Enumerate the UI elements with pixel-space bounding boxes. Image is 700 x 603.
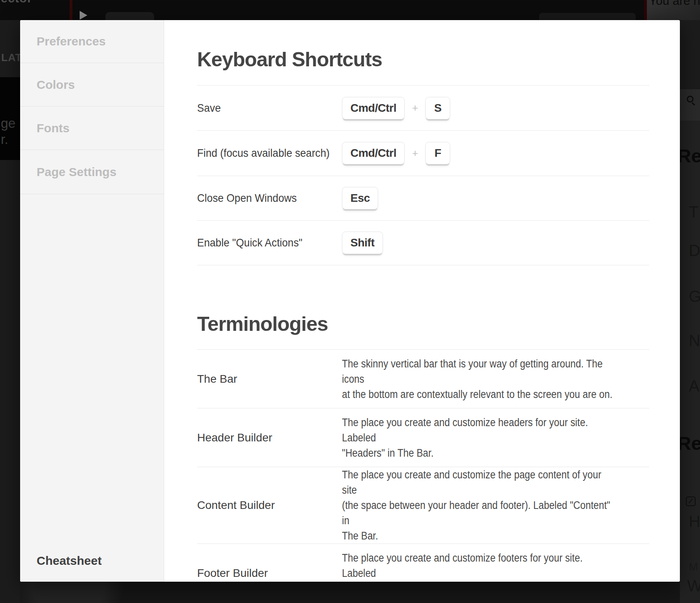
shortcut-row-close-windows: Close Open Windows Esc	[197, 176, 649, 221]
background-rail-item: N	[689, 332, 700, 350]
sidebar-item-label: Preferences	[37, 35, 106, 48]
background-rail-item: M	[689, 560, 698, 573]
modal-sidebar: Preferences Colors Fonts Page Settings C…	[20, 20, 164, 582]
screen: ector You are n LATE ge r. Re T D G N A …	[0, 0, 700, 603]
term-definition: The skinny vertical bar that is your way…	[342, 356, 612, 402]
keycap: Shift	[342, 232, 383, 254]
term-label: The Bar	[197, 373, 342, 386]
sidebar-item-colors[interactable]: Colors	[20, 63, 164, 107]
background-code-panel: ge r.	[0, 77, 20, 160]
background-rail-item: A	[689, 377, 700, 395]
shortcut-keys: Cmd/Ctrl + F	[342, 142, 450, 164]
sidebar-item-cheatsheet[interactable]: Cheatsheet	[37, 554, 102, 568]
shortcut-row-save: Save Cmd/Ctrl + S	[197, 86, 649, 131]
background-bottom-strip	[20, 582, 680, 603]
term-row-header-builder: Header Builder The place you create and …	[197, 408, 649, 467]
shortcut-row-find: Find (focus available search) Cmd/Ctrl +…	[197, 131, 649, 176]
term-label: Footer Builder	[197, 567, 342, 580]
term-definition: The place you create and customize foote…	[342, 550, 612, 582]
sidebar-item-fonts[interactable]: Fonts	[20, 107, 164, 150]
background-notice: You are n	[647, 0, 700, 20]
sidebar-item-label: Fonts	[37, 121, 70, 135]
sidebar-item-page-settings[interactable]: Page Settings	[20, 150, 164, 194]
shortcut-label: Enable "Quick Actions"	[197, 236, 330, 249]
keycap: S	[425, 97, 450, 119]
background-red-strip	[644, 0, 647, 20]
shortcut-label: Close Open Windows	[197, 192, 330, 205]
background-top-strip: ector You are n	[0, 0, 700, 20]
term-label: Header Builder	[197, 431, 342, 444]
modal-content: Keyboard Shortcuts Save Cmd/Ctrl + S Fin…	[164, 20, 680, 582]
background-rail-item: D	[689, 242, 700, 260]
terminologies-title: Terminologies	[197, 312, 680, 336]
background-rail-heading: Re	[680, 145, 700, 167]
background-right-rail: Re T D G N A Re H M W	[680, 20, 700, 603]
sidebar-item-label: Colors	[37, 78, 75, 92]
term-definition: The place you create and customize heade…	[342, 415, 612, 461]
term-row-footer-builder: Footer Builder The place you create and …	[197, 544, 649, 582]
keycap: Cmd/Ctrl	[342, 97, 405, 119]
background-panel-edge	[105, 12, 154, 20]
background-snippet-text: ge	[1, 116, 16, 131]
background-snippet-text: r.	[1, 132, 8, 147]
shortcut-keys: Esc	[342, 187, 378, 209]
search-icon	[687, 96, 694, 103]
sidebar-item-label: Page Settings	[37, 165, 116, 179]
plus-separator: +	[412, 102, 418, 114]
keycap: F	[425, 142, 450, 164]
keycap: Cmd/Ctrl	[342, 142, 405, 164]
sidebar-item-preferences[interactable]: Preferences	[20, 20, 164, 63]
background-rail-item: G	[689, 287, 700, 306]
keyboard-shortcuts-title: Keyboard Shortcuts	[197, 47, 680, 72]
term-row-the-bar: The Bar The skinny vertical bar that is …	[197, 350, 649, 408]
background-tooltip-edge	[539, 13, 636, 20]
term-label: Content Builder	[197, 499, 342, 512]
edit-icon	[686, 496, 696, 506]
shortcut-label: Save	[197, 102, 330, 115]
background-template-label: LATE	[1, 51, 20, 64]
background-rail-item: T	[689, 203, 698, 221]
keycap: Esc	[342, 187, 378, 209]
background-rail-item: W	[687, 577, 700, 595]
background-rail-block	[680, 20, 700, 89]
background-rail-heading: Re	[680, 432, 700, 454]
background-rail-item: H	[689, 513, 700, 531]
background-left-strip: LATE ge r.	[0, 20, 20, 603]
play-icon	[80, 11, 87, 20]
background-notice-text: You are n	[649, 0, 700, 8]
terminologies-list: The Bar The skinny vertical bar that is …	[197, 349, 649, 582]
shortcut-keys: Cmd/Ctrl + S	[342, 97, 450, 119]
background-clipped-heading: ector	[1, 0, 32, 5]
plus-separator: +	[412, 147, 418, 160]
term-definition: The place you create and customize the p…	[342, 467, 612, 544]
settings-modal: Preferences Colors Fonts Page Settings C…	[20, 20, 680, 582]
shortcut-label: Find (focus available search)	[197, 147, 330, 160]
keyboard-shortcuts-list: Save Cmd/Ctrl + S Find (focus available …	[197, 85, 649, 265]
term-row-content-builder: Content Builder The place you create and…	[197, 467, 649, 544]
shortcut-keys: Shift	[342, 232, 383, 254]
shortcut-row-quick-actions: Enable "Quick Actions" Shift	[197, 221, 649, 265]
background-red-strip	[70, 0, 72, 20]
background-search-band	[680, 89, 700, 121]
